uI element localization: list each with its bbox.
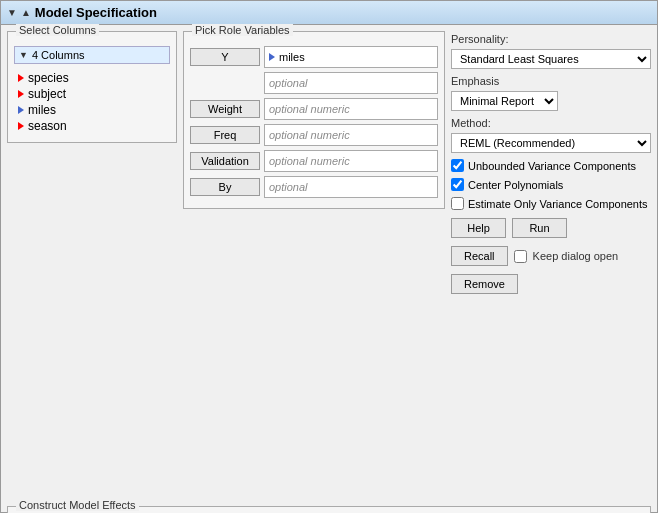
validation-field[interactable]: optional numeric: [264, 150, 438, 172]
expand-icon[interactable]: ▲: [21, 7, 31, 18]
center-panel: Pick Role Variables Y miles optional: [183, 31, 445, 500]
checkbox-row-estimate: Estimate Only Variance Components: [451, 197, 651, 210]
column-name-species: species: [28, 71, 69, 85]
pick-role-group: Pick Role Variables Y miles optional: [183, 31, 445, 209]
recall-button[interactable]: Recall: [451, 246, 508, 266]
keep-dialog-label: Keep dialog open: [533, 250, 619, 262]
list-item[interactable]: subject: [16, 86, 168, 102]
role-row-optional: optional: [190, 72, 438, 94]
y-field[interactable]: miles: [264, 46, 438, 68]
construct-model-title: Construct Model Effects: [16, 499, 139, 511]
center-polynomials-label: Center Polynomials: [468, 179, 563, 191]
columns-header[interactable]: ▼ 4 Columns: [14, 46, 170, 64]
unbounded-variance-label: Unbounded Variance Components: [468, 160, 636, 172]
run-button[interactable]: Run: [512, 218, 567, 238]
pick-role-title: Pick Role Variables: [192, 24, 293, 36]
title-bar: ▼ ▲ Model Specification: [1, 1, 657, 25]
right-panel: Personality: Standard Least Squares Step…: [451, 31, 651, 500]
main-window: ▼ ▲ Model Specification Select Columns ▼…: [0, 0, 658, 513]
by-field[interactable]: optional: [264, 176, 438, 198]
checkbox-row-unbounded: Unbounded Variance Components: [451, 159, 651, 172]
columns-count: 4 Columns: [32, 49, 85, 61]
list-item[interactable]: season: [16, 118, 168, 134]
personality-dropdown[interactable]: Standard Least Squares Stepwise Mixed Mo…: [451, 49, 651, 69]
by-optional-text: optional: [269, 181, 308, 193]
emphasis-dropdown[interactable]: Minimal Report Effect Leverage Predictio…: [451, 91, 558, 111]
center-polynomials-checkbox[interactable]: [451, 178, 464, 191]
personality-label: Personality:: [451, 33, 651, 45]
construct-model-panel: Construct Model Effects Add Cross Nest M…: [7, 506, 651, 513]
by-button[interactable]: By: [190, 178, 260, 196]
validation-button[interactable]: Validation: [190, 152, 260, 170]
type-icon-species: [18, 74, 24, 82]
freq-button[interactable]: Freq: [190, 126, 260, 144]
freq-field[interactable]: optional numeric: [264, 124, 438, 146]
weight-field[interactable]: optional numeric: [264, 98, 438, 120]
content-area: Select Columns ▼ 4 Columns species subje…: [1, 25, 657, 506]
y-button[interactable]: Y: [190, 48, 260, 66]
column-list: species subject miles season: [14, 68, 170, 136]
y-optional-text: optional: [269, 77, 308, 89]
estimate-only-label: Estimate Only Variance Components: [468, 198, 648, 210]
keep-dialog-checkbox[interactable]: [514, 250, 527, 263]
y-value: miles: [279, 51, 305, 63]
column-name-subject: subject: [28, 87, 66, 101]
weight-button[interactable]: Weight: [190, 100, 260, 118]
emphasis-label: Emphasis: [451, 75, 651, 87]
role-row-weight: Weight optional numeric: [190, 98, 438, 120]
select-columns-group: Select Columns ▼ 4 Columns species subje…: [7, 31, 177, 143]
checkbox-row-center: Center Polynomials: [451, 178, 651, 191]
window-title: Model Specification: [35, 5, 157, 20]
role-row-by: By optional: [190, 176, 438, 198]
role-row-y: Y miles: [190, 46, 438, 68]
action-row-3: Remove: [451, 274, 651, 294]
method-dropdown[interactable]: REML (Recommended) ML MIVQUE0: [451, 133, 651, 153]
weight-optional-text: optional numeric: [269, 103, 350, 115]
estimate-only-checkbox[interactable]: [451, 197, 464, 210]
freq-optional-text: optional numeric: [269, 129, 350, 141]
column-name-miles: miles: [28, 103, 56, 117]
columns-arrow: ▼: [19, 50, 28, 60]
list-item[interactable]: species: [16, 70, 168, 86]
action-row-2: Recall Keep dialog open: [451, 246, 651, 266]
collapse-icon[interactable]: ▼: [7, 7, 17, 18]
help-button[interactable]: Help: [451, 218, 506, 238]
action-row-1: Help Run: [451, 218, 651, 238]
type-icon-miles: [18, 106, 24, 114]
y-optional-field[interactable]: optional: [264, 72, 438, 94]
list-item[interactable]: miles: [16, 102, 168, 118]
validation-optional-text: optional numeric: [269, 155, 350, 167]
left-panel: Select Columns ▼ 4 Columns species subje…: [7, 31, 177, 500]
method-label: Method:: [451, 117, 651, 129]
select-columns-title: Select Columns: [16, 24, 99, 36]
column-name-season: season: [28, 119, 67, 133]
type-icon-season: [18, 122, 24, 130]
role-row-validation: Validation optional numeric: [190, 150, 438, 172]
type-icon-subject: [18, 90, 24, 98]
y-triangle-icon: [269, 53, 275, 61]
role-row-freq: Freq optional numeric: [190, 124, 438, 146]
unbounded-variance-checkbox[interactable]: [451, 159, 464, 172]
remove-button[interactable]: Remove: [451, 274, 518, 294]
